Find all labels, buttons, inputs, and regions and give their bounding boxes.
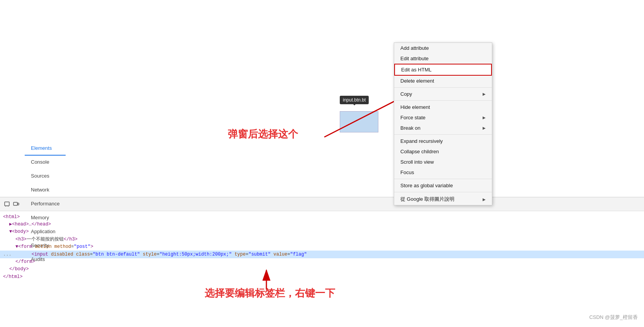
device-icon[interactable]	[12, 200, 20, 208]
element-tooltip: input.btn.bt	[340, 96, 369, 104]
context-menu-label-0: Add attribute	[400, 45, 429, 51]
context-menu-label-13: Scroll into view	[400, 159, 434, 165]
context-menu-item-copy[interactable]: Copy▶	[394, 89, 492, 99]
svg-rect-8	[18, 203, 19, 205]
context-menu-item-hide-element[interactable]: Hide element	[394, 102, 492, 112]
context-menu-arrow-18: ▶	[483, 197, 486, 202]
context-menu-separator-6	[394, 100, 492, 101]
context-menu-item-break-on[interactable]: Break on▶	[394, 123, 492, 133]
annotation-popup-text: 弹窗后选择这个	[228, 127, 298, 141]
context-menu-item-edit-as-html[interactable]: Edit as HTML	[394, 64, 492, 76]
svg-rect-7	[14, 202, 17, 205]
context-menu-label-12: Collapse children	[400, 149, 439, 154]
context-menu-separator-15	[394, 179, 492, 179]
context-menu-item-focus[interactable]: Focus	[394, 167, 492, 178]
context-menu-label-14: Focus	[400, 169, 414, 175]
context-menu-label-9: Break on	[400, 125, 420, 131]
svg-rect-4	[5, 202, 9, 206]
main-content-area: input.btn.bt 弹窗后选择这个	[0, 0, 644, 197]
devtools-tab-network[interactable]: Network	[25, 183, 66, 197]
html-line-html-close: </html>	[3, 273, 641, 281]
context-menu-item-collapse-children[interactable]: Collapse children	[394, 146, 492, 157]
devtools-tab-sources[interactable]: Sources	[25, 169, 66, 183]
annotation-bottom-text: 选择要编辑标签栏，右键一下	[205, 286, 335, 300]
context-menu-item-delete-element[interactable]: Delete element	[394, 76, 492, 86]
devtools-tab-elements[interactable]: Elements	[25, 142, 66, 156]
html-line-h3: <h3>一个不能按的按钮</h3>	[3, 236, 641, 243]
context-menu-label-5: Copy	[400, 91, 412, 97]
context-menu-arrow-5: ▶	[483, 92, 486, 96]
context-menu: Add attributeEdit attributeEdit as HTMLD…	[394, 42, 492, 205]
html-line-form: ▼<form action method="post">	[3, 243, 641, 251]
context-menu-separator-4	[394, 87, 492, 88]
devtools-html-content: <html> ▶<head>…</head> ▼<body> <h3>一个不能按…	[0, 211, 644, 283]
html-line-input-selected[interactable]: ...<input disabled class="btn btn-defaul…	[0, 251, 644, 258]
context-menu-item-force-state[interactable]: Force state▶	[394, 112, 492, 123]
inspect-icon[interactable]	[3, 200, 11, 208]
context-menu-item-expand-recursively[interactable]: Expand recursively	[394, 136, 492, 146]
context-menu-label-1: Edit attribute	[400, 56, 429, 61]
context-menu-item-edit-attribute[interactable]: Edit attribute	[394, 53, 492, 64]
html-line-html: <html>	[3, 213, 641, 221]
context-menu-label-7: Hide element	[400, 104, 430, 110]
context-menu-item-scroll-into-view[interactable]: Scroll into view	[394, 157, 492, 167]
context-menu-arrow-8: ▶	[483, 115, 486, 120]
html-line-form-close: </form>	[3, 258, 641, 266]
context-menu-label-16: Store as global variable	[400, 183, 453, 188]
context-menu-item-add-attribute[interactable]: Add attribute	[394, 43, 492, 53]
devtools-tabs-bar: ElementsConsoleSourcesNetworkPerformance…	[0, 197, 644, 211]
context-menu-label-8: Force state	[400, 115, 425, 120]
context-menu-separator-17	[394, 192, 492, 192]
context-menu-item-store-as-global-variable[interactable]: Store as global variable	[394, 180, 492, 191]
context-menu-separator-10	[394, 134, 492, 135]
html-line-body-close: </body>	[3, 266, 641, 273]
context-menu-item-從-google-取得圖片說明[interactable]: 從 Google 取得圖片說明▶	[394, 193, 492, 205]
context-menu-label-2: Edit as HTML	[401, 67, 432, 73]
element-highlight-overlay	[340, 111, 378, 132]
context-menu-arrow-9: ▶	[483, 126, 486, 130]
html-line-head: ▶<head>…</head>	[3, 221, 641, 228]
html-line-body-open: ▼<body>	[3, 228, 641, 236]
devtools-panel: ElementsConsoleSourcesNetworkPerformance…	[0, 197, 644, 327]
csdn-watermark: CSDN @菠萝_橙留香	[589, 314, 638, 321]
context-menu-label-18: 從 Google 取得圖片說明	[400, 196, 454, 203]
context-menu-label-3: Delete element	[400, 78, 434, 84]
devtools-tab-performance[interactable]: Performance	[25, 197, 66, 211]
context-menu-label-11: Expand recursively	[400, 138, 443, 144]
devtools-icon-group	[2, 200, 22, 208]
devtools-tab-console[interactable]: Console	[25, 156, 66, 169]
